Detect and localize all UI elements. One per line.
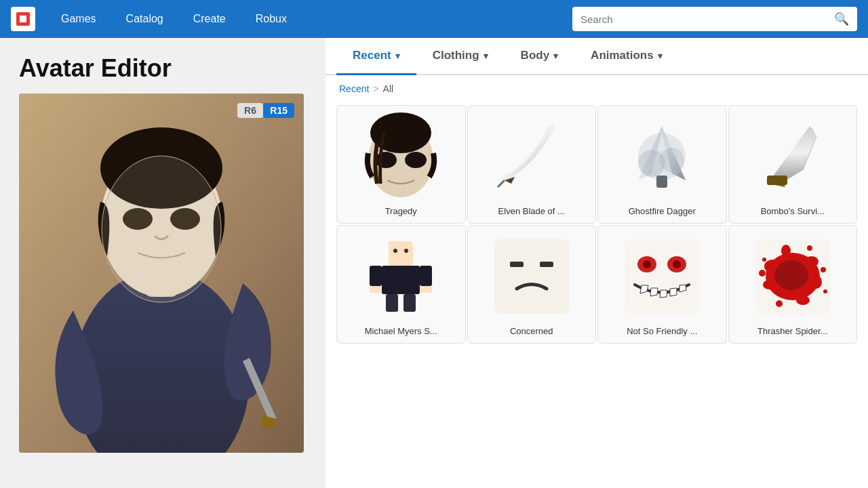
svg-rect-34 (625, 239, 699, 314)
tab-clothing[interactable]: Clothing ▾ (416, 38, 505, 75)
left-panel: Avatar Editor (0, 38, 326, 488)
svg-point-38 (673, 260, 681, 268)
r6-badge[interactable]: R6 (237, 103, 263, 118)
svg-rect-31 (494, 239, 569, 314)
svg-rect-27 (386, 294, 398, 312)
svg-rect-24 (382, 266, 420, 294)
search-input[interactable] (580, 14, 829, 25)
tabs-bar: Recent ▾ Clothing ▾ Body ▾ Animations ▾ (326, 38, 868, 75)
svg-rect-32 (510, 262, 524, 267)
avatar-image (19, 94, 304, 453)
nav-create[interactable]: Create (181, 9, 238, 29)
nav-catalog[interactable]: Catalog (114, 9, 176, 29)
search-container: 🔍 (572, 7, 857, 31)
svg-point-48 (821, 267, 826, 272)
svg-point-9 (102, 156, 221, 302)
item-ghostfire-dagger-label: Ghostfire Dagger (629, 206, 696, 216)
svg-point-37 (643, 260, 651, 268)
item-not-so-friendly[interactable]: Not So Friendly ... (597, 225, 727, 344)
svg-point-53 (774, 260, 808, 290)
breadcrumb-current: All (383, 83, 394, 94)
item-thrasher-spider[interactable]: Thrasher Spider... (728, 225, 858, 344)
r15-badge[interactable]: R15 (263, 103, 294, 118)
item-tragedy[interactable]: Tragedy (336, 105, 466, 224)
page-title: Avatar Editor (19, 54, 307, 83)
svg-point-42 (805, 256, 818, 267)
breadcrumb-parent[interactable]: Recent (339, 83, 369, 94)
item-ghostfire-dagger-image (618, 113, 706, 201)
svg-point-13 (405, 152, 427, 168)
item-michael-myers-label: Michael Myers S... (365, 326, 437, 336)
search-button[interactable]: 🔍 (829, 12, 849, 26)
nav-games[interactable]: Games (49, 9, 108, 29)
svg-rect-33 (540, 262, 553, 267)
svg-point-23 (404, 249, 408, 253)
item-elven-blade[interactable]: Elven Blade of ... (467, 105, 597, 224)
item-elven-blade-label: Elven Blade of ... (498, 206, 565, 216)
breadcrumb: Recent > All (326, 75, 868, 102)
svg-point-11 (370, 113, 431, 153)
svg-point-46 (796, 296, 810, 305)
svg-rect-1 (20, 16, 26, 22)
svg-point-51 (823, 289, 827, 293)
item-tragedy-image (357, 113, 445, 201)
items-grid: Tragedy (326, 102, 868, 354)
svg-point-44 (763, 280, 775, 289)
svg-point-45 (781, 245, 791, 257)
item-bombos-knife-label: Bombo's Survi... (761, 206, 825, 216)
roblox-logo[interactable] (11, 7, 35, 31)
item-elven-blade-image (488, 113, 576, 201)
nav-robux[interactable]: Robux (243, 9, 299, 29)
item-concerned-image (488, 232, 576, 321)
item-thrasher-spider-image (749, 232, 837, 321)
tab-clothing-arrow: ▾ (484, 51, 488, 61)
breadcrumb-separator: > (373, 83, 378, 94)
svg-point-47 (759, 270, 766, 277)
svg-rect-19 (767, 176, 787, 185)
tab-body-arrow: ▾ (553, 51, 558, 61)
tab-animations[interactable]: Animations ▾ (574, 38, 679, 75)
svg-point-52 (762, 258, 766, 262)
item-not-so-friendly-label: Not So Friendly ... (627, 326, 697, 336)
svg-point-17 (660, 148, 684, 172)
main-layout: Avatar Editor (0, 38, 868, 488)
svg-rect-18 (656, 176, 667, 188)
svg-rect-21 (389, 241, 413, 266)
item-michael-myers[interactable]: Michael Myers S... (336, 225, 466, 344)
tab-recent[interactable]: Recent ▾ (336, 38, 416, 75)
item-bombos-knife[interactable]: Bombo's Survi... (728, 105, 858, 224)
svg-point-12 (375, 152, 397, 168)
tab-body[interactable]: Body ▾ (505, 38, 575, 75)
svg-point-43 (811, 275, 822, 289)
svg-rect-28 (403, 294, 416, 312)
item-michael-myers-image (357, 232, 445, 321)
item-ghostfire-dagger[interactable]: Ghostfire Dagger (597, 105, 727, 224)
svg-point-49 (776, 300, 783, 307)
item-thrasher-spider-label: Thrasher Spider... (757, 326, 827, 336)
tab-recent-arrow: ▾ (395, 51, 400, 61)
item-tragedy-label: Tragedy (385, 206, 417, 216)
avatar-container: R6 R15 3D (19, 94, 304, 453)
header: Games Catalog Create Robux 🔍 (0, 0, 868, 38)
item-concerned[interactable]: Concerned (467, 225, 597, 344)
item-bombos-knife-image (749, 113, 837, 201)
item-not-so-friendly-image (618, 232, 706, 321)
tab-animations-arrow: ▾ (658, 51, 663, 61)
svg-rect-25 (370, 266, 382, 286)
item-concerned-label: Concerned (510, 326, 553, 336)
svg-point-50 (807, 245, 812, 251)
svg-rect-26 (420, 266, 432, 286)
svg-rect-30 (420, 286, 432, 293)
right-panel: Recent ▾ Clothing ▾ Body ▾ Animations ▾ … (326, 38, 868, 488)
svg-point-22 (393, 249, 397, 253)
svg-line-14 (498, 180, 505, 187)
svg-rect-29 (370, 286, 382, 293)
